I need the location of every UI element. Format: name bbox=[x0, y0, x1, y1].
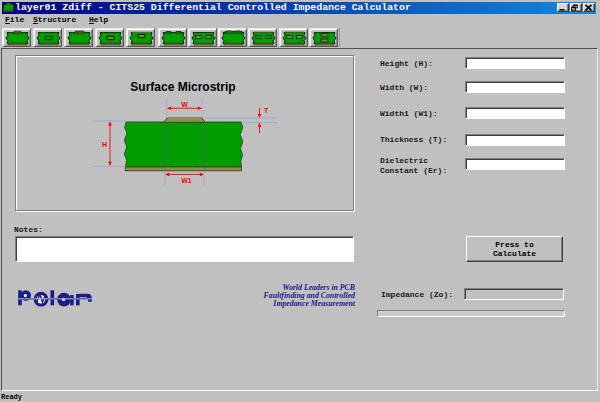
svg-text:W: W bbox=[181, 101, 188, 108]
svg-text:W1: W1 bbox=[181, 177, 192, 184]
svg-text:H: H bbox=[102, 141, 107, 148]
svg-text:T: T bbox=[264, 107, 269, 114]
